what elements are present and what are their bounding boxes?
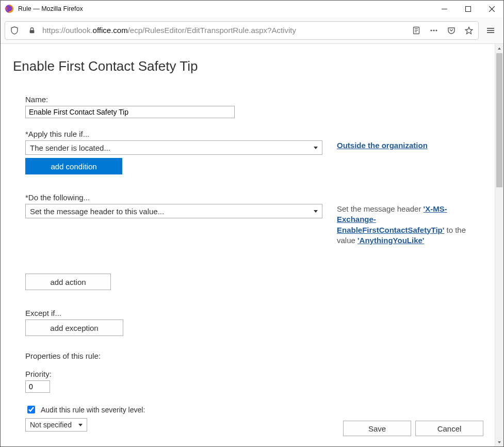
do-following-dropdown[interactable]: Set the message header to this value... <box>25 204 322 218</box>
svg-rect-6 <box>415 30 418 30</box>
name-input[interactable] <box>25 106 235 118</box>
pocket-icon[interactable] <box>444 23 459 38</box>
url-host: office.com <box>93 26 128 35</box>
bookmark-star-icon[interactable] <box>462 23 476 38</box>
chevron-down-icon <box>314 210 318 213</box>
do-following-label: *Do the following... <box>25 193 482 202</box>
page-title: Enable First Contact Safety Tip <box>13 58 482 74</box>
add-exception-button[interactable]: add exception <box>25 320 123 336</box>
svg-point-9 <box>433 29 434 31</box>
do-following-value: Set the message header to this value... <box>30 207 164 216</box>
do-following-detail: Set the message header 'X-MS-Exchange-En… <box>337 204 481 246</box>
form-footer: Save Cancel <box>343 421 483 436</box>
cancel-label: Cancel <box>437 424 462 433</box>
priority-input[interactable] <box>25 380 50 393</box>
apply-if-value: The sender is located... <box>30 143 110 152</box>
window-titlebar: Rule — Mozilla Firefox <box>1 1 503 17</box>
name-label: Name: <box>25 95 482 104</box>
do-side-prefix: Set the message header <box>337 204 424 213</box>
apply-if-detail-link[interactable]: Outside the organization <box>337 141 428 150</box>
url-bar[interactable]: https://outlook.office.com/ecp/RulesEdit… <box>5 21 479 40</box>
svg-rect-1 <box>442 9 447 9</box>
lock-icon[interactable] <box>25 23 39 38</box>
save-button[interactable]: Save <box>343 421 411 436</box>
add-action-label: add action <box>50 278 86 286</box>
header-value-link[interactable]: 'AnythingYouLike' <box>357 236 424 245</box>
svg-rect-13 <box>487 32 494 33</box>
svg-rect-2 <box>465 6 470 11</box>
rule-editor-form: Enable First Contact Safety Tip Name: *A… <box>1 44 495 446</box>
svg-rect-11 <box>487 28 494 29</box>
reader-mode-icon[interactable] <box>409 23 424 38</box>
browser-toolbar: https://outlook.office.com/ecp/RulesEdit… <box>1 17 503 44</box>
add-exception-label: add exception <box>50 324 98 332</box>
window-title: Rule — Mozilla Firefox <box>18 5 83 12</box>
add-condition-label: add condition <box>51 162 96 171</box>
hamburger-menu-icon[interactable] <box>482 22 499 39</box>
tracking-protection-icon[interactable] <box>7 23 22 38</box>
chevron-down-icon <box>314 147 318 149</box>
url-sub: outlook. <box>66 26 93 35</box>
audit-checkbox[interactable] <box>27 406 35 413</box>
page-actions-icon[interactable] <box>427 23 441 38</box>
svg-point-10 <box>435 29 437 31</box>
url-scheme: https:// <box>42 26 66 35</box>
url-path: /ecp/RulesEditor/EditTransportRule.aspx?… <box>128 26 296 35</box>
svg-rect-12 <box>487 30 494 31</box>
vertical-scrollbar[interactable] <box>495 44 503 446</box>
window-minimize-button[interactable] <box>432 1 456 17</box>
except-if-label: Except if... <box>25 309 482 317</box>
cancel-button[interactable]: Cancel <box>415 421 483 436</box>
audit-severity-value: Not specified <box>30 421 72 429</box>
scroll-down-arrow[interactable] <box>495 438 503 446</box>
svg-rect-5 <box>415 28 418 29</box>
scroll-up-arrow[interactable] <box>495 44 503 53</box>
apply-if-label: *Apply this rule if... <box>25 130 482 138</box>
window-maximize-button[interactable] <box>456 1 480 17</box>
scrollbar-thumb[interactable] <box>496 53 502 187</box>
svg-point-8 <box>430 29 432 31</box>
url-text[interactable]: https://outlook.office.com/ecp/RulesEdit… <box>42 26 406 35</box>
audit-label: Audit this rule with severity level: <box>41 406 145 414</box>
add-condition-button[interactable]: add condition <box>25 158 122 174</box>
save-label: Save <box>368 424 386 433</box>
window-close-button[interactable] <box>480 1 503 17</box>
chevron-down-icon <box>78 424 83 426</box>
priority-label: Priority: <box>25 370 482 378</box>
firefox-icon <box>5 4 14 13</box>
svg-rect-7 <box>415 31 417 32</box>
svg-rect-3 <box>30 30 35 33</box>
properties-label: Properties of this rule: <box>25 352 482 360</box>
add-action-button[interactable]: add action <box>25 274 111 290</box>
audit-severity-dropdown[interactable]: Not specified <box>25 418 87 432</box>
apply-if-dropdown[interactable]: The sender is located... <box>25 140 322 155</box>
